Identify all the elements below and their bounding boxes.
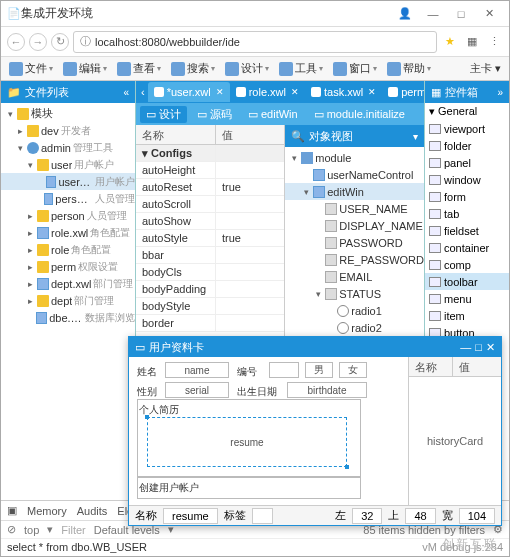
- minimize-button[interactable]: —: [419, 8, 447, 20]
- form-icon: ▭: [135, 341, 145, 354]
- obj-USER_NAME[interactable]: USER_NAME: [285, 200, 424, 217]
- obj-DISPLAY_NAME[interactable]: DISPLAY_NAME: [285, 217, 424, 234]
- field-serial[interactable]: serial: [165, 382, 229, 398]
- form-close-icon[interactable]: ✕: [486, 341, 495, 354]
- tree-root[interactable]: ▾模块: [1, 105, 135, 122]
- prop-autoStyle[interactable]: autoStyletrue: [136, 230, 284, 247]
- ctrl-window[interactable]: window: [425, 171, 509, 188]
- tree-icon: 🔍: [291, 130, 305, 143]
- field-code[interactable]: [269, 362, 299, 378]
- ctrl-comp[interactable]: comp: [425, 256, 509, 273]
- ctrl-fieldset[interactable]: fieldset: [425, 222, 509, 239]
- tree-node-dev[interactable]: ▸dev 开发者: [1, 122, 135, 139]
- menu-right[interactable]: 主卡 ▾: [466, 61, 505, 76]
- tree-node-person[interactable]: ▸person 人员管理: [1, 207, 135, 224]
- prop-bodyPadding[interactable]: bodyPadding: [136, 281, 284, 298]
- prop-autoHeight[interactable]: autoHeight: [136, 162, 284, 179]
- prop-bodyStyle[interactable]: bodyStyle: [136, 298, 284, 315]
- tree-node-admin[interactable]: ▾admin 管理工具: [1, 139, 135, 156]
- menu-icon[interactable]: ⋮: [485, 35, 503, 48]
- ctrl-menu[interactable]: menu: [425, 290, 509, 307]
- menu-文件[interactable]: 文件▾: [5, 61, 57, 76]
- ctrl-panel[interactable]: panel: [425, 154, 509, 171]
- context-select[interactable]: top: [24, 524, 39, 536]
- obj-userNameControl[interactable]: userNameControl: [285, 166, 424, 183]
- devtools-dock-icon[interactable]: ▣: [7, 504, 17, 517]
- ctrl-form[interactable]: form: [425, 188, 509, 205]
- menu-查看[interactable]: 查看▾: [113, 61, 165, 76]
- ctrl-tab[interactable]: tab: [425, 205, 509, 222]
- form-designer-window: ▭用户资料卡—□✕ 姓名 name 编号 男 女 性别 serial 出生日期 …: [128, 336, 502, 526]
- field-birthdate[interactable]: birthdate: [287, 382, 367, 398]
- ext-icon[interactable]: ▦: [463, 35, 481, 48]
- ctrl-group[interactable]: ▾ General: [425, 103, 509, 120]
- box-icon: ▦: [431, 86, 441, 99]
- radio-female[interactable]: 女: [339, 362, 367, 378]
- ctrl-viewport[interactable]: viewport: [425, 120, 509, 137]
- tab-role.xwl[interactable]: role.xwl✕: [230, 82, 305, 102]
- subtab-editWin[interactable]: ▭editWin: [242, 107, 304, 122]
- prop-autoScroll[interactable]: autoScroll: [136, 196, 284, 213]
- menu-工具[interactable]: 工具▾: [275, 61, 327, 76]
- app-icon: 📄: [7, 7, 21, 20]
- collapse-icon[interactable]: «: [123, 87, 129, 98]
- back-button[interactable]: ←: [7, 33, 25, 51]
- form-max-icon[interactable]: □: [475, 341, 482, 353]
- menu-帮助[interactable]: 帮助▾: [383, 61, 435, 76]
- tab-task.xwl[interactable]: task.xwl✕: [305, 82, 382, 102]
- obj-radio2[interactable]: radio2: [285, 319, 424, 336]
- tree-node-role[interactable]: ▸role 角色配置: [1, 241, 135, 258]
- tree-node-perm[interactable]: ▸perm 权限设置: [1, 258, 135, 275]
- prop-bodyCls[interactable]: bodyCls: [136, 264, 284, 281]
- clear-icon[interactable]: ⊘: [7, 523, 16, 536]
- subtab-设计[interactable]: ▭设计: [140, 106, 187, 123]
- prop-border[interactable]: border: [136, 315, 284, 332]
- ctrl-folder[interactable]: folder: [425, 137, 509, 154]
- subtab-module.initialize[interactable]: ▭module.initialize: [308, 107, 411, 122]
- subtab-源码[interactable]: ▭源码: [191, 106, 238, 123]
- file-list-header: 📁 文件列表 «: [1, 81, 135, 103]
- devtab-Audits[interactable]: Audits: [77, 505, 108, 517]
- menu-窗口[interactable]: 窗口▾: [329, 61, 381, 76]
- obj-PASSWORD[interactable]: PASSWORD: [285, 234, 424, 251]
- obj-radio1[interactable]: radio1: [285, 302, 424, 319]
- devtab-Memory[interactable]: Memory: [27, 505, 67, 517]
- prop-bbar[interactable]: bbar: [136, 247, 284, 264]
- status-name: resume: [163, 508, 218, 524]
- design-canvas[interactable]: 姓名 name 编号 男 女 性别 serial 出生日期 birthdate …: [129, 357, 409, 505]
- filter-input[interactable]: Filter: [61, 524, 85, 536]
- bookmark-icon[interactable]: ★: [441, 35, 459, 48]
- close-button[interactable]: ✕: [475, 7, 503, 20]
- prop-autoShow[interactable]: autoShow: [136, 213, 284, 230]
- prop-autoReset[interactable]: autoResettrue: [136, 179, 284, 196]
- ctrl-toolbar[interactable]: toolbar: [425, 273, 509, 290]
- tree-node-user.xwl[interactable]: user.xwl 用户帐户: [1, 173, 135, 190]
- ctrl-item[interactable]: item: [425, 307, 509, 324]
- tree-node-user[interactable]: ▾user 用户帐户: [1, 156, 135, 173]
- tree-node-dbe.xwl[interactable]: dbe.xwl 数据库浏览: [1, 309, 135, 326]
- obj-EMAIL[interactable]: EMAIL: [285, 268, 424, 285]
- obj-RE_PASSWORD[interactable]: RE_PASSWORD: [285, 251, 424, 268]
- forward-button[interactable]: →: [29, 33, 47, 51]
- tree-node-dept[interactable]: ▸dept 部门管理: [1, 292, 135, 309]
- form-min-icon[interactable]: —: [460, 341, 471, 353]
- maximize-button[interactable]: □: [447, 8, 475, 20]
- field-name[interactable]: name: [165, 362, 229, 378]
- obj-editWin[interactable]: ▾editWin: [285, 183, 424, 200]
- obj-module[interactable]: ▾module: [285, 149, 424, 166]
- menu-搜索[interactable]: 搜索▾: [167, 61, 219, 76]
- menu-设计[interactable]: 设计▾: [221, 61, 273, 76]
- reload-button[interactable]: ↻: [51, 33, 69, 51]
- tree-node-person.xwl[interactable]: person.xwl 人员管理: [1, 190, 135, 207]
- radio-male[interactable]: 男: [305, 362, 333, 378]
- ctrl-container[interactable]: container: [425, 239, 509, 256]
- form-title: 用户资料卡: [149, 340, 204, 355]
- tree-node-role.xwl[interactable]: ▸role.xwl 角色配置: [1, 224, 135, 241]
- obj-STATUS[interactable]: ▾STATUS: [285, 285, 424, 302]
- history-card: historyCard: [409, 377, 501, 505]
- tab-prev-icon[interactable]: ‹: [138, 86, 148, 98]
- address-bar[interactable]: ⓘlocalhost:8080/webbuilder/ide: [73, 31, 437, 53]
- menu-编辑[interactable]: 编辑▾: [59, 61, 111, 76]
- tree-node-dept.xwl[interactable]: ▸dept.xwl 部门管理: [1, 275, 135, 292]
- tab-user.xwl[interactable]: *user.xwl✕: [148, 82, 230, 102]
